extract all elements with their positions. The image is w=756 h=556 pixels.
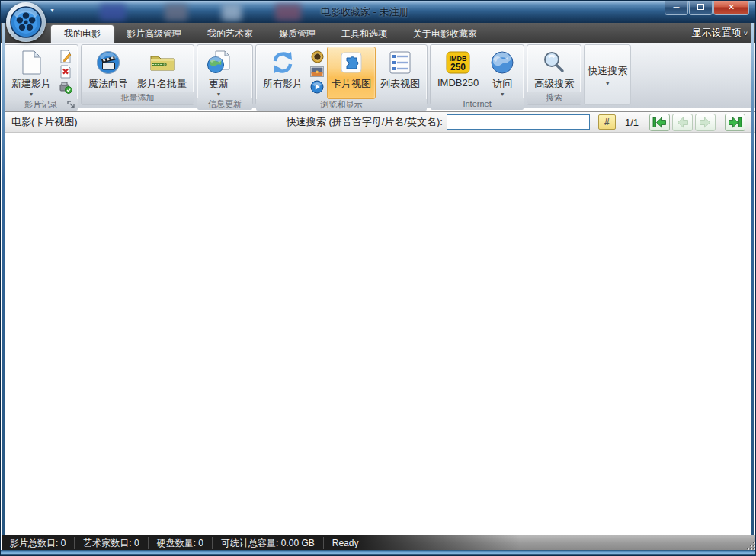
movie-card-area <box>5 133 753 535</box>
tab-tools-options[interactable]: 工具和选项 <box>328 25 400 43</box>
update-label: 更新 <box>209 77 229 91</box>
batch-folder-icon <box>149 50 176 76</box>
card-view-icon <box>339 50 364 76</box>
nav-previous-page-button[interactable] <box>672 114 693 131</box>
nav-first-icon <box>652 117 667 128</box>
glass-blur-decoration <box>275 4 301 21</box>
tab-my-artists[interactable]: 我的艺术家 <box>194 25 266 43</box>
awards-button[interactable] <box>309 49 325 64</box>
batch-names-button[interactable]: 影片名批量 <box>133 47 191 92</box>
current-view-label: 电影(卡片视图) <box>11 115 78 129</box>
glass-blur-decoration <box>165 4 187 21</box>
hash-filter-button[interactable]: # <box>598 114 616 130</box>
group-browse-display: 所有影片 <box>255 44 428 105</box>
maximize-icon <box>697 4 704 10</box>
maximize-button[interactable] <box>689 1 713 15</box>
resize-grip[interactable] <box>747 542 754 549</box>
filter-bar: 电影(卡片视图) 快速搜索 (拼音首字母/片名/英文名): # 1/1 <box>2 111 756 133</box>
tab-media-manage[interactable]: 媒质管理 <box>266 25 328 43</box>
visit-button[interactable]: 访问 ▼ <box>483 47 521 98</box>
window-border <box>751 23 754 551</box>
magic-wizard-icon <box>96 50 120 76</box>
status-artists-total: 艺术家数目: 0 <box>75 537 148 549</box>
group-label-text: Internet <box>463 99 491 108</box>
close-button[interactable]: ✕ <box>713 1 749 15</box>
stills-button[interactable] <box>309 64 325 79</box>
dropdown-arrow-icon: ▼ <box>605 81 610 86</box>
group-internet: IMDB 250 IMDB250 访问 ▼ <box>430 44 524 105</box>
status-ready: Ready <box>324 537 367 549</box>
display-settings-dropdown[interactable]: 显示设置项˅ <box>692 26 748 40</box>
group-label-movie-records: 影片记录 <box>5 99 78 111</box>
card-view-button[interactable]: 卡片视图 <box>327 47 376 99</box>
dialog-launcher-icon[interactable] <box>67 101 75 109</box>
new-movie-icon <box>20 50 43 76</box>
quick-search-input[interactable] <box>447 114 590 130</box>
group-label-search: 搜索 <box>527 92 581 104</box>
app-menu-orb[interactable] <box>6 2 46 42</box>
group-batch-add: 魔法向导 影片名批量 <box>81 44 194 105</box>
delete-movie-button[interactable] <box>57 64 74 79</box>
edit-movie-button[interactable] <box>57 49 74 64</box>
glass-blur-decoration <box>222 4 242 21</box>
page-indicator: 1/1 <box>625 117 639 128</box>
group-info-update: 更新 ▼ 信息更新 <box>197 44 253 105</box>
imdb250-icon: IMDB 250 <box>446 50 470 76</box>
window-border-bottom <box>1 550 756 555</box>
card-view-label: 卡片视图 <box>332 77 371 91</box>
visit-label: 访问 <box>492 77 512 91</box>
display-settings-label: 显示设置项 <box>692 27 742 38</box>
titlebar[interactable]: 电影收藏家 - 未注册 ─ ✕ <box>1 1 755 23</box>
glass-blur-decoration <box>100 4 126 21</box>
minimize-button[interactable]: ─ <box>665 1 688 15</box>
window-border <box>2 23 5 551</box>
app-window: 电影收藏家 - 未注册 ─ ✕ ▼ 我的电影 影片高级管理 我的艺术家 媒质管理… <box>0 0 756 556</box>
update-button[interactable]: 更新 ▼ <box>200 47 238 98</box>
advanced-search-label: 高级搜索 <box>534 77 574 91</box>
dropdown-arrow-icon: ▼ <box>500 92 505 98</box>
group-label-text: 批量添加 <box>121 93 155 102</box>
nav-next-icon <box>699 117 712 128</box>
group-label-batch-add: 批量添加 <box>82 92 194 104</box>
quick-search-label: 快速搜索 <box>588 64 627 78</box>
nav-next-page-button[interactable] <box>695 114 716 131</box>
quick-search-button[interactable]: 快速搜索 ▼ <box>584 44 631 105</box>
dropdown-arrow-icon: ▼ <box>29 92 34 98</box>
status-movies-total: 影片总数目: 0 <box>2 537 75 549</box>
record-small-buttons <box>56 47 75 99</box>
save-record-button[interactable] <box>57 79 74 95</box>
play-icon <box>310 80 324 94</box>
tab-my-movies[interactable]: 我的电影 <box>51 25 114 43</box>
group-label-text: 浏览和显示 <box>321 100 363 109</box>
advanced-search-button[interactable]: 高级搜索 <box>530 47 578 92</box>
magic-wizard-label: 魔法向导 <box>88 77 128 91</box>
nav-first-page-button[interactable] <box>649 114 670 131</box>
chevron-down-icon: ˅ <box>744 30 748 37</box>
status-panes: 影片总数目: 0 艺术家数目: 0 硬盘数量: 0 可统计总容量: 0.00 G… <box>2 535 520 551</box>
picture-icon <box>310 66 324 77</box>
all-movies-button[interactable]: 所有影片 <box>258 47 307 99</box>
quick-access-dropdown-icon[interactable]: ▼ <box>50 8 55 13</box>
nav-last-page-button[interactable] <box>725 114 745 131</box>
movie-reel-icon <box>9 5 43 39</box>
ribbon: 新建影片 ▼ <box>2 43 756 108</box>
refresh-icon <box>271 50 295 76</box>
tab-advanced-manage[interactable]: 影片高级管理 <box>114 25 194 43</box>
status-capacity-total: 可统计总容量: 0.00 GB <box>213 537 324 549</box>
nav-previous-icon <box>676 117 689 128</box>
browse-small-buttons <box>307 47 327 99</box>
group-label-text: 信息更新 <box>208 99 242 108</box>
group-label-info-update: 信息更新 <box>197 98 252 110</box>
group-search: 高级搜索 搜索 <box>527 44 581 105</box>
ribbon-tab-bar: 我的电影 影片高级管理 我的艺术家 媒质管理 工具和选项 关于电影收藏家 <box>1 23 755 43</box>
save-check-icon <box>59 80 72 94</box>
list-view-button[interactable]: 列表视图 <box>376 47 424 99</box>
group-label-browse-display: 浏览和显示 <box>256 99 427 111</box>
window-title: 电影收藏家 - 未注册 <box>321 5 409 19</box>
play-trailer-button[interactable] <box>309 79 325 95</box>
batch-names-label: 影片名批量 <box>137 77 187 91</box>
new-movie-button[interactable]: 新建影片 ▼ <box>7 47 56 99</box>
magic-wizard-button[interactable]: 魔法向导 <box>84 47 133 92</box>
imdb250-button[interactable]: IMDB 250 IMDB250 <box>433 47 483 98</box>
tab-about[interactable]: 关于电影收藏家 <box>400 25 490 43</box>
